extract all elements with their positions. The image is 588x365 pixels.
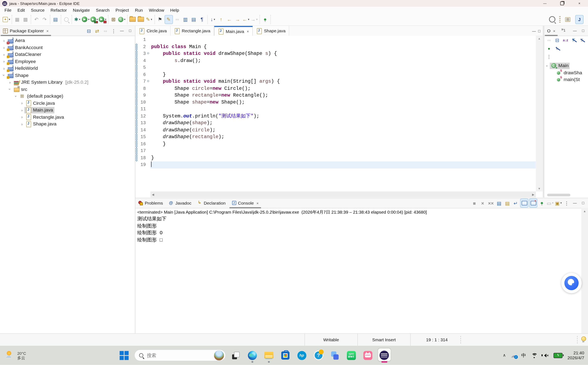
debug-button[interactable]: ✱▾: [74, 15, 81, 23]
windows-app-button[interactable]: [328, 348, 341, 363]
scroll-left-icon[interactable]: ◀: [152, 193, 154, 196]
restore-window-button[interactable]: [554, 0, 571, 7]
microsoft-store-button[interactable]: [279, 348, 291, 363]
next-annotation-button-dropdown[interactable]: ▾: [214, 18, 215, 21]
forward-button-dropdown[interactable]: ▾: [256, 18, 257, 21]
taskbar-search-input[interactable]: [146, 352, 211, 358]
display-selected-console-button[interactable]: ▭▾: [546, 199, 554, 207]
last-edit-location-button[interactable]: ↑: [217, 15, 225, 23]
eclipse-app-button[interactable]: [378, 348, 391, 363]
file-explorer-button[interactable]: [263, 348, 275, 363]
code-line-15[interactable]: 15 drawShape(rectangle);: [135, 133, 536, 140]
code-line-12[interactable]: 12 System.out.println("测试结果如下");: [135, 113, 536, 120]
view-overflow-indicator[interactable]: » 1: [558, 26, 566, 36]
fold-collapse-icon[interactable]: ⊖: [146, 50, 150, 57]
new-java-class-button[interactable]: C▾: [118, 15, 126, 23]
chevron-expanded-icon[interactable]: ›: [2, 73, 6, 78]
code-line-4[interactable]: 4 s.draw();: [135, 57, 536, 64]
chevron-expanded-icon[interactable]: ›: [8, 87, 12, 92]
remove-all-terminated-button[interactable]: ××: [487, 199, 495, 207]
view-menu-button[interactable]: ⋮: [545, 53, 553, 61]
java-perspective-button[interactable]: J: [575, 15, 583, 24]
project-tree[interactable]: ›×Aera›!BankAccount›!DataCleaner›!Employ…: [0, 36, 135, 127]
edge-app-button[interactable]: [246, 348, 258, 363]
toggle-highlight-button[interactable]: ✎: [164, 15, 173, 24]
editor-tab-rectangle-java[interactable]: Rectangle.java: [170, 26, 214, 36]
console-output[interactable]: 测试结果如下绘制图形绘制图形 O绘制图形 □: [135, 215, 588, 244]
weather-widget[interactable]: 20°C 多云: [0, 351, 61, 360]
new-java-class-button-dropdown[interactable]: ▾: [124, 18, 125, 21]
outline-hscrollbar[interactable]: [547, 194, 570, 197]
code-line-13[interactable]: 13 drawShape(shape);: [135, 120, 536, 127]
pin-console-button[interactable]: [538, 199, 546, 207]
pin-editor-button[interactable]: [261, 15, 269, 23]
close-view-icon[interactable]: ×: [46, 29, 49, 33]
scroll-lock-button[interactable]: ▤: [504, 199, 511, 207]
scroll-right-icon[interactable]: ▶: [532, 193, 534, 196]
new-java-package-button[interactable]: ⊞: [110, 15, 117, 23]
tree-item-default-package[interactable]: ›(default package): [0, 93, 135, 100]
editor-tab-circle-java[interactable]: Circle.java: [135, 26, 170, 36]
display-selected-console-button-dropdown[interactable]: ▾: [552, 202, 554, 205]
back-history-button[interactable]: ←: [226, 15, 233, 23]
outline-item-drawsha[interactable]: drawSha: [544, 69, 588, 76]
maximize-view-button[interactable]: □: [579, 199, 587, 207]
open-resource-button[interactable]: [137, 15, 145, 23]
minimize-window-button[interactable]: —: [536, 0, 554, 7]
close-tab-icon[interactable]: ×: [247, 29, 249, 33]
focus-button[interactable]: ◦◦: [101, 27, 109, 35]
new-wizard-button[interactable]: ✦▾: [3, 15, 10, 23]
code-line-11[interactable]: 11: [135, 106, 536, 113]
menu-search[interactable]: Search: [93, 8, 112, 12]
tree-item-helloworld[interactable]: ›!HelloWorld: [0, 65, 135, 72]
menu-window[interactable]: Window: [146, 8, 167, 12]
close-view-icon[interactable]: ×: [553, 29, 555, 33]
console-vertical-scrollbar[interactable]: ▲: [581, 208, 588, 333]
menu-run[interactable]: Run: [132, 8, 146, 12]
menu-project[interactable]: Project: [113, 8, 132, 12]
start-button[interactable]: [117, 348, 130, 363]
tree-item-main-java[interactable]: ›Main.java: [0, 107, 135, 113]
editor-horizontal-scrollbar[interactable]: ◀▶: [150, 191, 536, 197]
occurrences-dim-button[interactable]: ◦◦: [174, 15, 181, 23]
code-line-2[interactable]: 2public class Main {: [135, 43, 536, 50]
maximize-view-button[interactable]: □: [126, 27, 134, 35]
clear-console-button[interactable]: ▤: [495, 199, 503, 207]
close-window-button[interactable]: ×: [571, 0, 588, 7]
view-menu-button[interactable]: ⋮: [563, 199, 570, 207]
chevron-collapsed-icon[interactable]: ›: [1, 39, 6, 43]
remove-launch-button[interactable]: ×: [479, 199, 487, 207]
undo-button[interactable]: ↶: [33, 15, 40, 23]
chevron-collapsed-icon[interactable]: ›: [7, 80, 13, 84]
profile-button[interactable]: ▶▾: [99, 15, 107, 23]
scroll-up-icon[interactable]: ▲: [583, 210, 586, 213]
code-line-3[interactable]: 3⊖ public static void drawShape(Shape s)…: [135, 50, 536, 57]
tree-item-bankaccount[interactable]: ›!BankAccount: [0, 44, 135, 51]
word-wrap-button[interactable]: ↵: [512, 199, 520, 207]
volume-muted-icon[interactable]: ×: [542, 353, 549, 357]
code-line-16[interactable]: 16 }: [135, 140, 536, 147]
next-annotation-button[interactable]: ↓▾: [209, 15, 217, 23]
chevron-collapsed-icon[interactable]: ›: [1, 66, 6, 70]
tree-item-jre-system-library[interactable]: ›JRE System Library [jdk-25.0.2]: [0, 79, 135, 86]
annotate-button-dropdown[interactable]: ▾: [151, 18, 152, 21]
menu-navigate[interactable]: Navigate: [70, 8, 93, 12]
profile-button-dropdown[interactable]: ▾: [105, 18, 106, 21]
menu-help[interactable]: Help: [167, 8, 182, 12]
code-line-19[interactable]: 19: [135, 161, 536, 168]
fold-collapse-icon[interactable]: ⊖: [146, 78, 150, 85]
link-with-editor-button[interactable]: ⇄: [93, 27, 101, 35]
forward-history-button[interactable]: →: [234, 15, 241, 23]
tree-item-shape-java[interactable]: ›Shape.java: [0, 120, 135, 127]
code-line-18[interactable]: 18}: [135, 154, 536, 161]
minimize-editor-button[interactable]: —: [532, 29, 536, 33]
new-wizard-button-dropdown[interactable]: ▾: [9, 18, 10, 21]
save-all-button[interactable]: ▩: [22, 15, 29, 23]
hp-app-button[interactable]: hp: [295, 348, 308, 363]
menu-file[interactable]: File: [1, 8, 14, 12]
task-view-button[interactable]: [229, 348, 242, 363]
search-button[interactable]: [548, 15, 556, 23]
hide-local-types-button[interactable]: L: [554, 44, 561, 53]
taskbar-search-box[interactable]: [134, 350, 226, 361]
focus-button[interactable]: ◦◦: [545, 36, 553, 44]
